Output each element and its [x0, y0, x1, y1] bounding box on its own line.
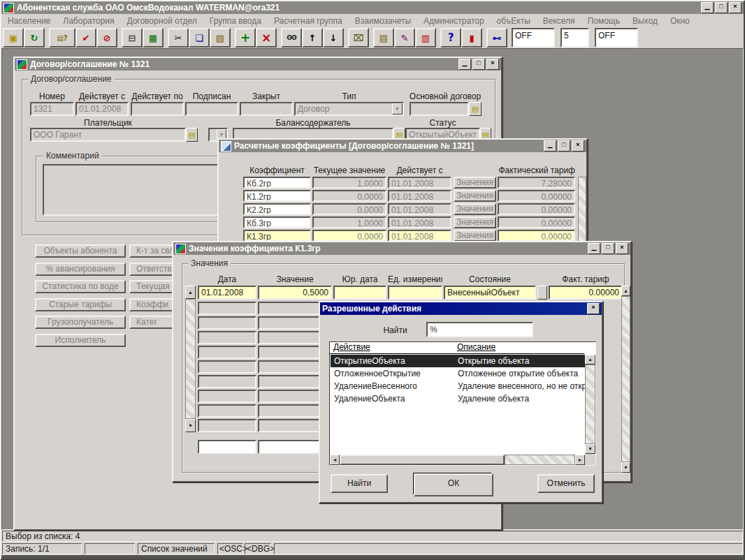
find-input[interactable]: % [426, 322, 533, 337]
delete-record-button[interactable]: × [256, 28, 277, 47]
coeff-date-cell[interactable]: 01.01.2008 [388, 216, 451, 228]
maximize-button[interactable]: □ [472, 59, 485, 70]
contract-titlebar[interactable]: Договор/соглашение № 1321 ▁ □ × [15, 58, 501, 71]
empty-date-cell[interactable] [198, 390, 256, 403]
scroll-up-icon[interactable]: ▲ [621, 286, 630, 296]
clipboard-button[interactable]: ▤ [373, 28, 394, 47]
copy-button[interactable]: ❏ [189, 28, 210, 47]
menu-obekty[interactable]: объЕкты [491, 15, 537, 27]
list-item[interactable]: УдалениеОбъектаУдаление объекта [331, 392, 585, 405]
dialog-cancel-button[interactable]: Отменить [537, 474, 595, 493]
advance-percent-button[interactable]: % авансирования [35, 263, 126, 276]
empty-date-cell[interactable] [198, 316, 256, 330]
menu-laboratoriya[interactable]: Лаборатория [57, 15, 120, 27]
help-button[interactable]: ? [440, 28, 461, 47]
edit-note-button[interactable]: ✎ [394, 28, 415, 47]
type-dropdown-arrow-icon[interactable]: ▼ [392, 103, 403, 115]
empty-date-cell[interactable] [198, 419, 256, 432]
main-contract-field[interactable] [410, 102, 469, 116]
values-button[interactable]: Значения [454, 216, 496, 228]
toolbar-field-2[interactable]: 5 [560, 28, 589, 47]
values-button[interactable]: Значения [454, 177, 496, 189]
type-combobox[interactable]: Договор [294, 102, 404, 116]
value-date-field[interactable]: 01.01.2008 [198, 286, 256, 300]
record-scroll-down-icon[interactable]: ▼ [185, 419, 196, 432]
coeff-value-cell[interactable]: 1,0000 [312, 216, 386, 228]
dialog-find-button[interactable]: Найти [331, 474, 388, 493]
scroll-up-icon[interactable]: ▲ [585, 355, 595, 364]
old-tariffs-button[interactable]: Старые тарифы [35, 298, 126, 311]
water-statistics-button[interactable]: Статистика по воде [35, 280, 126, 293]
value-jur-date-field[interactable] [333, 286, 386, 300]
toolbar-field-3[interactable]: OFF [595, 28, 638, 47]
scroll-left-icon[interactable]: ◄ [330, 455, 340, 465]
scroll-right-icon[interactable]: ► [575, 455, 585, 465]
close-icon[interactable]: × [587, 303, 600, 314]
signed-field[interactable] [185, 102, 238, 116]
move-down-button[interactable]: ↓ [323, 28, 344, 47]
list-horizontal-scrollbar[interactable] [505, 455, 575, 465]
minimize-button[interactable]: ▁ [701, 2, 714, 13]
total-date-field[interactable] [198, 440, 256, 454]
menu-okno[interactable]: Окно [664, 15, 696, 27]
coeff-tariff-cell-selected[interactable]: 0,00000 [498, 230, 575, 242]
maximize-button[interactable]: □ [602, 243, 614, 254]
menu-vyhod[interactable]: Выход [626, 15, 664, 27]
value-tariff-field[interactable]: 0.00000 [549, 286, 623, 300]
scroll-down-icon[interactable]: ▼ [621, 462, 630, 473]
actions-list[interactable]: Действие Описание ОткрытиеОбъектаОткрыти… [329, 341, 596, 466]
coeff-date-cell-selected[interactable]: 01.01.2008 [388, 230, 451, 242]
record-scrollbar[interactable] [185, 299, 196, 419]
valid-from-field[interactable]: 01.01.2008 [75, 102, 129, 116]
value-amount-field[interactable]: 0,5000 [258, 286, 332, 300]
list-item[interactable]: ОтложенноеОткрытиеОтложенное открытие об… [331, 367, 585, 380]
coeff-value-cell[interactable]: 0,0000 [312, 203, 386, 215]
coeff-value-cell-selected[interactable]: 0,0000 [312, 230, 386, 242]
consignee-button[interactable]: Грузополучатель [35, 316, 126, 329]
empty-date-cell[interactable] [198, 375, 256, 388]
coefficients-titlebar[interactable]: Расчетные коэффициенты [Договор/соглашен… [219, 140, 586, 152]
coeff-value-cell[interactable]: 0,0000 [312, 190, 386, 202]
list-item[interactable]: УдалениеВнесенногоУдаление внесенного, н… [331, 380, 585, 392]
values-titlebar[interactable]: Значения коэффициента К1.3гр ▁ □ × [173, 242, 630, 255]
maximize-button[interactable]: □ [558, 140, 570, 152]
cut-button[interactable]: ✂ [168, 28, 189, 47]
close-button[interactable]: × [572, 140, 584, 152]
menu-vzaimozachety[interactable]: Взаимозачеты [349, 15, 417, 27]
coeff-name-cell[interactable]: К2.2гр [243, 203, 311, 215]
coeff-date-cell[interactable]: 01.01.2008 [388, 203, 451, 215]
closed-field[interactable] [240, 102, 293, 116]
menu-naselenie[interactable]: Население [1, 15, 57, 27]
cards-button[interactable]: ▥ [415, 28, 436, 47]
export-excel-button[interactable]: ▦ [143, 28, 164, 47]
trash-button[interactable]: ⌧ [348, 28, 369, 47]
coeff-name-cell-selected[interactable]: К1.3гр [243, 230, 311, 242]
minimize-button[interactable]: ▁ [588, 243, 600, 254]
print-button[interactable]: ⊟ [122, 28, 143, 47]
execute-query-button[interactable]: ✔ [75, 28, 96, 47]
menu-vekselya[interactable]: Векселя [537, 15, 581, 27]
minimize-button[interactable]: ▁ [458, 59, 471, 70]
enter-query-button[interactable]: ▤? [49, 28, 75, 47]
coeff-tariff-cell[interactable]: 0,00000 [498, 216, 575, 228]
connect-button[interactable]: ⊷ [486, 28, 507, 47]
move-up-button[interactable]: ↑ [302, 28, 323, 47]
menu-pomosch[interactable]: Помощь [581, 15, 626, 27]
number-field[interactable]: 1321 [30, 102, 74, 116]
value-state-field[interactable]: ВнесенныйОбъект [444, 286, 536, 300]
payer-browse-icon[interactable]: ▤ [186, 128, 198, 142]
dialog-titlebar[interactable]: Разрешенные действия × [320, 302, 602, 315]
dialog-ok-button[interactable]: ОК [413, 473, 491, 494]
paste-button[interactable]: ▨ [210, 28, 231, 47]
empty-date-cell[interactable] [198, 360, 256, 374]
valid-to-field[interactable] [131, 102, 184, 116]
coeff-name-cell[interactable]: К1.2гр [243, 190, 311, 202]
empty-date-cell[interactable] [198, 346, 256, 359]
minimize-button[interactable]: ▁ [544, 140, 556, 152]
save-button[interactable]: ▣ [3, 28, 24, 47]
values-button[interactable]: Значения [454, 230, 496, 242]
coeff-value-cell[interactable]: 1,0000 [312, 177, 386, 189]
values-button[interactable]: Значения [454, 190, 496, 202]
maximize-button[interactable]: □ [715, 2, 728, 13]
value-unit-field[interactable] [388, 286, 442, 300]
